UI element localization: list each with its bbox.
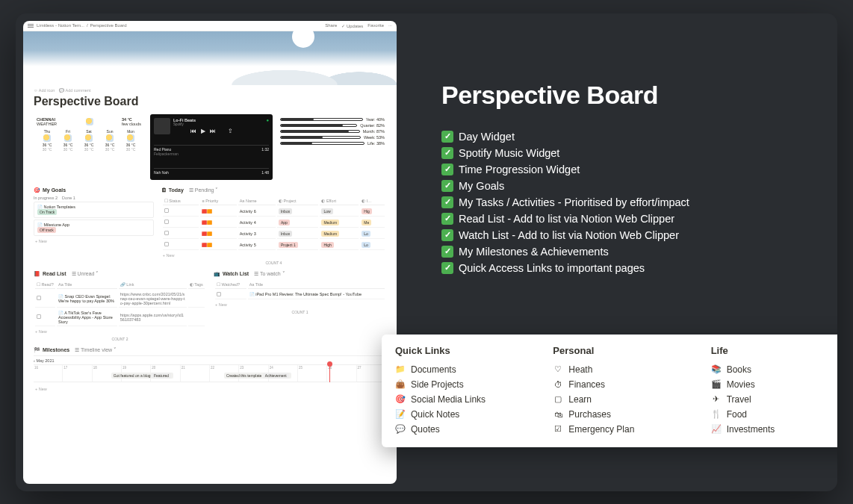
readlist-new[interactable]: + New — [34, 328, 206, 335]
quick-links-popover: Quick Links📁Documents👜Side Projects🎯Soci… — [382, 335, 837, 447]
checkbox[interactable] — [164, 242, 169, 246]
prev-icon[interactable]: ⏮ — [190, 128, 196, 134]
checkbox[interactable] — [164, 231, 169, 235]
quick-link[interactable]: ♡Heath — [553, 362, 688, 377]
goals-new[interactable]: + New — [34, 237, 154, 245]
quick-link[interactable]: 👜Side Projects — [395, 377, 530, 392]
feature-item: ✓Spotify Music Widget — [441, 147, 813, 159]
cover-image[interactable] — [23, 31, 397, 85]
progress-row: Month: 87% — [280, 129, 385, 134]
table-row[interactable]: 🟥🟧Activity 5Project 1HighLo — [163, 240, 385, 250]
timeline-event[interactable]: Created this template Achievement — [224, 373, 291, 379]
popover-heading: Life — [711, 345, 837, 356]
table-row[interactable]: 📄 A TikTok Star's Fave Accessibility App… — [35, 309, 205, 326]
feature-item: ✓Time Progression Widget — [441, 164, 813, 175]
feature-item: ✓Read List - Add to list via Notion Web … — [441, 213, 813, 225]
quick-link[interactable]: 🛍Purchases — [553, 407, 688, 422]
feature-item: ✓My Tasks / Activities - Prioritised by … — [441, 196, 813, 208]
table-row[interactable]: 📄 iPad Pro M1 Review: The Ultimate Spec … — [215, 290, 385, 299]
feature-item: ✓My Goals — [441, 180, 813, 192]
timeline-event[interactable]: Got featured on a blog Featured — [111, 373, 173, 379]
spotify-widget[interactable]: Lo-Fi BeatsSpotify ● ⏮ ▶ ⏭ ⇪ Red PianoFe… — [150, 114, 273, 180]
quick-link[interactable]: ▢Learn — [553, 392, 688, 407]
quick-link[interactable]: 💬Quotes — [395, 422, 530, 437]
weather-widget: CHENNAIWEATHER 34 °Cfew clouds Thu36 °C3… — [34, 114, 144, 180]
favorite-button[interactable]: Favorite — [367, 23, 384, 28]
checkbox[interactable] — [164, 208, 169, 213]
link-icon: ♡ — [553, 364, 563, 375]
popover-column: Life📚Books🎬Movies✈Travel🍴Food📈Investment… — [711, 345, 837, 437]
share-button[interactable]: Share — [325, 23, 337, 28]
table-row[interactable]: 🟥🟧Activity 4AppMediumMe — [163, 218, 385, 228]
milestones-timeline[interactable]: ‹ May 2021 161718192021222324252627 Got … — [34, 355, 386, 385]
checkbox[interactable] — [37, 296, 41, 300]
popover-column: Personal♡Heath⏱Finances▢Learn🛍Purchases☑… — [553, 345, 688, 437]
today-tab[interactable]: ☰ Pending ˅ — [189, 187, 219, 193]
table-row[interactable]: 🟥🟧Activity 6InboxLowHig — [163, 207, 385, 217]
watchlist-header: 📺 Watch List ☰ To watch ˅ — [214, 271, 386, 277]
watchlist-tab[interactable]: ☰ To watch ˅ — [254, 271, 285, 277]
quick-link[interactable]: ☑Emergency Plan — [553, 422, 688, 437]
moon-graphic — [292, 25, 314, 48]
link-icon: 📚 — [711, 364, 722, 375]
notion-page: Limitless - Notion Tem... / Perspective … — [23, 21, 397, 484]
quick-link[interactable]: 📈Investments — [711, 422, 837, 437]
watchlist-new[interactable]: + New — [214, 301, 386, 308]
link-icon: 🛍 — [553, 409, 563, 420]
milestones-tab[interactable]: ☰ Timeline view ˅ — [75, 347, 117, 353]
link-icon: 🎬 — [711, 379, 722, 390]
weather-day: Fri36 °C30 °C — [58, 129, 78, 152]
popover-column: Quick Links📁Documents👜Side Projects🎯Soci… — [395, 345, 530, 437]
check-icon: ✓ — [441, 131, 453, 143]
link-icon: 💬 — [395, 424, 406, 435]
readlist-header: 📕 Read List ☰ Unread ˅ — [34, 271, 206, 277]
quick-link[interactable]: 🍴Food — [711, 407, 837, 422]
check-icon: ✓ — [441, 246, 453, 258]
spotify-track[interactable]: Red PianoFelipackerman1:32 — [154, 145, 269, 158]
add-icon-button[interactable]: ☺ Add icon — [34, 88, 55, 93]
progress-widget: Year: 40%Quarter: 82%Month: 87%Week: 53%… — [279, 114, 386, 180]
goals-tab-inprogress[interactable]: In progress 2 — [34, 196, 58, 200]
quick-link[interactable]: 🎯Social Media Links — [395, 392, 530, 407]
goal-card[interactable]: 📄 Notion TemplatesOn Track — [34, 202, 154, 218]
milestones-new[interactable]: + New — [34, 385, 386, 393]
menu-icon[interactable] — [28, 24, 34, 28]
readlist-tab[interactable]: ☰ Unread ˅ — [72, 271, 99, 277]
more-button[interactable]: ··· — [388, 23, 392, 28]
share-icon[interactable]: ⇪ — [228, 128, 233, 134]
goals-tab-done[interactable]: Done 1 — [62, 196, 75, 200]
table-row[interactable]: 🟥🟧Activity 3InboxMediumLo — [163, 229, 385, 239]
checkbox[interactable] — [164, 220, 169, 224]
table-row[interactable]: 📄 Snap CEO Evan Spiegel: We're happy to … — [35, 290, 205, 308]
quick-link[interactable]: ✈Travel — [711, 392, 837, 407]
breadcrumb-page[interactable]: Perspective Board — [90, 23, 127, 28]
feature-item: ✓Watch List - Add to list via Notion Web… — [441, 229, 813, 241]
topbar: Limitless - Notion Tem... / Perspective … — [23, 21, 397, 31]
popover-heading: Quick Links — [395, 345, 530, 356]
spotify-track[interactable]: Nah Nah1:48 — [154, 168, 269, 176]
check-icon: ✓ — [441, 147, 453, 159]
breadcrumb-workspace[interactable]: Limitless - Notion Tem... — [37, 23, 84, 28]
page-title: Perspective Board — [34, 95, 386, 108]
quick-link[interactable]: 📚Books — [711, 362, 837, 377]
play-icon[interactable]: ▶ — [201, 128, 205, 134]
goal-card[interactable]: 📄 Milestone AppOff track — [34, 220, 154, 236]
quick-link[interactable]: 📁Documents — [395, 362, 530, 377]
link-icon: 📈 — [711, 424, 722, 435]
quick-link[interactable]: ⏱Finances — [553, 377, 688, 392]
today-marker — [329, 364, 330, 382]
add-comment-button[interactable]: 💬 Add comment — [59, 88, 90, 93]
weather-icon — [86, 118, 93, 125]
quick-link[interactable]: 🎬Movies — [711, 377, 837, 392]
progress-row: Quarter: 82% — [280, 123, 385, 128]
check-icon: ✓ — [441, 196, 453, 208]
today-count: COUNT 4 — [161, 261, 386, 265]
today-new[interactable]: + New — [161, 252, 386, 259]
checkbox[interactable] — [37, 314, 41, 319]
quick-link[interactable]: 📝Quick Notes — [395, 407, 530, 422]
updates-button[interactable]: ✓ Updates — [341, 23, 363, 28]
check-icon: ✓ — [441, 262, 453, 274]
next-icon[interactable]: ⏭ — [210, 128, 216, 134]
checkbox[interactable] — [217, 292, 221, 296]
weather-day: Mon36 °C30 °C — [120, 129, 141, 152]
